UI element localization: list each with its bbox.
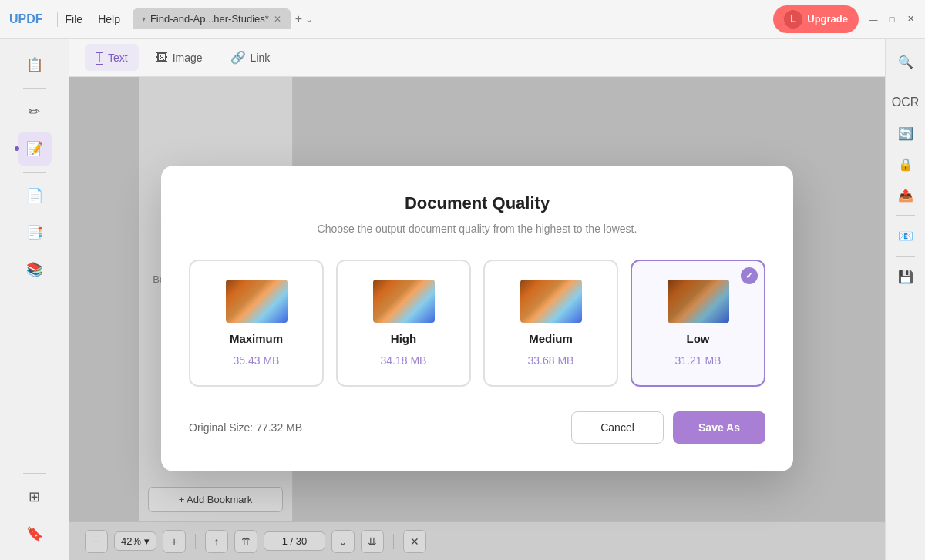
quality-size-medium: 33.68 MB <box>528 354 574 367</box>
quality-size-high: 34.18 MB <box>381 354 427 367</box>
sidebar-icon-pages[interactable]: 📋 <box>18 48 52 82</box>
left-sidebar: 📋 ✏ 📝 📄 📑 📚 ⊞ 🔖 <box>0 39 69 560</box>
cancel-button[interactable]: Cancel <box>571 411 664 444</box>
modal-footer: Original Size: 77.32 MB Cancel Save As <box>189 411 765 444</box>
menu-help[interactable]: Help <box>98 13 120 25</box>
quality-thumbnail-maximum <box>226 280 288 323</box>
sidebar-divider-2 <box>23 172 46 173</box>
link-tab-label: Link <box>251 52 271 64</box>
original-size-label: Original Size: 77.32 MB <box>189 421 302 434</box>
upgrade-label: Upgrade <box>807 13 848 25</box>
close-button[interactable]: ✕ <box>905 14 916 25</box>
sidebar-icon-grid[interactable]: ⊞ <box>18 480 52 514</box>
active-dot <box>15 146 19 151</box>
sidebar-bottom: ⊞ 🔖 <box>18 470 52 551</box>
sidebar-divider-1 <box>23 88 46 89</box>
right-icon-ocr[interactable]: OCR <box>892 89 920 116</box>
modal-title: Document Quality <box>189 193 765 213</box>
tabs-chevron-icon[interactable]: ⌄ <box>305 14 313 25</box>
quality-label-high: High <box>391 332 416 345</box>
quality-cards-container: Maximum 35.43 MB High 34.18 MB <box>189 260 765 387</box>
image-tab-label: Image <box>173 52 203 64</box>
titlebar: UPDF File Help ▾ Find-and-Ap...her-Studi… <box>0 0 925 39</box>
logo-text: UPDF <box>9 12 43 25</box>
titlebar-right: L Upgrade — □ ✕ <box>773 5 916 33</box>
sidebar-icon-convert[interactable]: 📑 <box>18 216 52 250</box>
sidebar-icon-more[interactable]: 📚 <box>18 253 52 287</box>
modal-buttons: Cancel Save As <box>571 411 765 444</box>
quality-thumbnail-low <box>668 280 729 323</box>
user-avatar: L <box>784 10 802 29</box>
sidebar-icon-organize[interactable]: 📄 <box>18 179 52 213</box>
minimize-button[interactable]: — <box>868 14 879 25</box>
right-divider-2 <box>896 215 915 216</box>
right-icon-search[interactable]: 🔍 <box>892 48 920 75</box>
text-tab-label: Text <box>108 52 128 64</box>
quality-thumbnail-medium <box>520 280 582 323</box>
right-icon-refresh[interactable]: 🔄 <box>892 119 920 147</box>
modal-subtitle: Choose the output document quality from … <box>189 223 765 235</box>
right-icon-email[interactable]: 📧 <box>892 222 920 250</box>
add-tab-button[interactable]: + <box>295 12 302 26</box>
right-divider-1 <box>896 82 915 82</box>
tab-link[interactable]: 🔗 Link <box>220 44 281 71</box>
sidebar-icon-bookmark[interactable]: 🔖 <box>18 517 52 551</box>
right-icon-lock[interactable]: 🔒 <box>892 150 920 178</box>
quality-card-maximum[interactable]: Maximum 35.43 MB <box>189 260 324 387</box>
maximize-button[interactable]: □ <box>886 14 897 25</box>
titlebar-divider <box>57 12 58 27</box>
image-tab-icon: 🖼 <box>156 51 168 65</box>
quality-card-medium[interactable]: Medium 33.68 MB <box>483 260 618 387</box>
quality-card-low[interactable]: Low 31.21 MB <box>631 260 765 387</box>
upgrade-button[interactable]: L Upgrade <box>773 5 859 33</box>
tab-text[interactable]: T̲ Text <box>85 44 139 71</box>
tab-image[interactable]: 🖼 Image <box>145 45 214 71</box>
titlebar-menu: File Help <box>66 13 120 25</box>
app-logo: UPDF <box>9 12 43 26</box>
annotate-icon: 📝 <box>26 140 43 157</box>
tab-label: Find-and-Ap...her-Studies* <box>150 13 269 25</box>
sidebar-divider-3 <box>23 473 46 474</box>
right-divider-3 <box>896 256 915 257</box>
quality-card-high[interactable]: High 34.18 MB <box>336 260 471 387</box>
tab-close-icon[interactable]: ✕ <box>274 14 281 25</box>
content-area: T̲ Text 🖼 Image 🔗 Link Bookmark to quick… <box>69 39 885 560</box>
quality-label-medium: Medium <box>529 332 573 345</box>
right-sidebar: 🔍 OCR 🔄 🔒 📤 📧 💾 <box>885 39 925 560</box>
top-toolbar: T̲ Text 🖼 Image 🔗 Link <box>69 39 885 77</box>
save-as-button[interactable]: Save As <box>673 411 765 444</box>
quality-thumbnail-high <box>373 280 435 323</box>
main-layout: 📋 ✏ 📝 📄 📑 📚 ⊞ 🔖 T̲ Text 🖼 Image <box>0 39 925 560</box>
titlebar-tab[interactable]: ▾ Find-and-Ap...her-Studies* ✕ <box>133 8 291 29</box>
sidebar-icon-annotate[interactable]: 📝 <box>18 132 52 166</box>
text-tab-icon: T̲ <box>96 50 103 65</box>
link-tab-icon: 🔗 <box>230 50 246 65</box>
document-quality-modal: Document Quality Choose the output docum… <box>161 166 793 471</box>
modal-overlay: Document Quality Choose the output docum… <box>69 77 885 560</box>
tab-arrow-icon: ▾ <box>142 15 146 23</box>
menu-file[interactable]: File <box>66 13 83 25</box>
right-icon-history[interactable]: 💾 <box>892 263 920 290</box>
quality-label-maximum: Maximum <box>230 332 283 345</box>
quality-size-maximum: 35.43 MB <box>234 354 280 367</box>
quality-label-low: Low <box>687 332 710 345</box>
sidebar-icon-edit[interactable]: ✏ <box>18 95 52 129</box>
quality-size-low: 31.21 MB <box>675 354 722 367</box>
window-controls: — □ ✕ <box>868 14 916 25</box>
right-icon-share[interactable]: 📤 <box>892 181 920 209</box>
